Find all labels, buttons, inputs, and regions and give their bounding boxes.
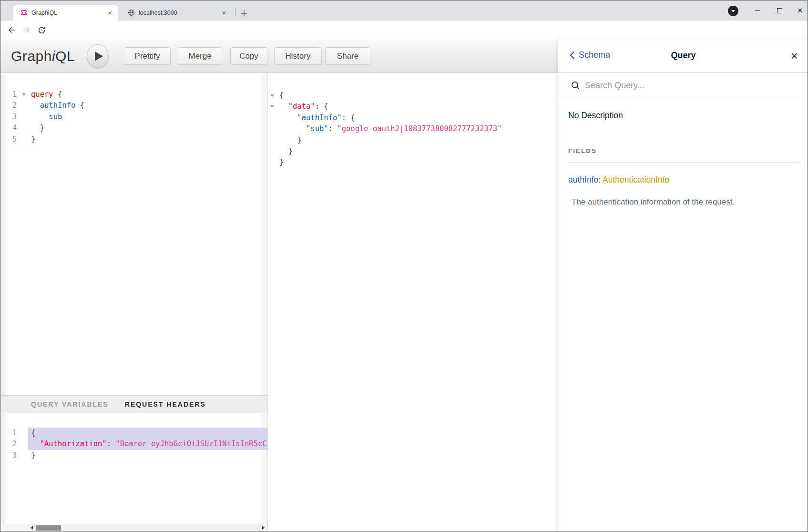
play-icon [95, 51, 103, 61]
code-line[interactable]: 1query { [0, 89, 267, 100]
back-icon[interactable] [6, 24, 18, 36]
code-text[interactable]: } [276, 146, 558, 157]
code-text[interactable]: } [28, 450, 267, 461]
code-line[interactable]: "data": { [268, 101, 558, 112]
fold-gutter [20, 134, 28, 145]
fold-gutter [20, 100, 28, 111]
field-name-link[interactable]: authInfo [568, 175, 598, 184]
tab-request-headers[interactable]: REQUEST HEADERS [125, 400, 206, 408]
code-line[interactable]: 4 } [0, 123, 267, 133]
tab-close-icon[interactable]: × [106, 9, 114, 17]
maximize-button[interactable] [771, 3, 788, 18]
code-text[interactable]: } [276, 157, 558, 168]
code-text[interactable]: { [28, 428, 267, 439]
code-text[interactable]: authInfo { [28, 100, 267, 111]
history-button[interactable]: History [274, 47, 322, 65]
result-viewer-pane[interactable]: { "data": { "authInfo": { "sub": "google… [267, 73, 558, 532]
line-number: 3 [0, 112, 20, 123]
doc-explorer-header: Schema Query × [558, 40, 808, 73]
reload-icon[interactable] [36, 24, 47, 36]
scrollbar-thumb[interactable] [36, 525, 61, 531]
code-line[interactable]: 1{ [0, 428, 267, 439]
code-line[interactable]: 2 "Authorization": "Bearer eyJhbGciOiJSU… [0, 439, 267, 450]
code-line[interactable]: { [268, 90, 558, 101]
line-number: 4 [0, 123, 20, 133]
graphiql-logo: GraphiQL [11, 48, 75, 64]
fields-category-title: FIELDS [568, 147, 799, 163]
tab-title: GraphiQL [31, 10, 102, 16]
doc-search-placeholder: Search Query... [585, 81, 644, 91]
browser-toolbar: localhost:3000 P [0, 20, 808, 40]
doc-close-icon[interactable]: × [791, 48, 798, 63]
copy-button[interactable]: Copy [230, 47, 267, 65]
line-number: 1 [0, 428, 20, 439]
fold-gutter [20, 112, 28, 123]
minimize-button[interactable] [749, 3, 766, 18]
code-line[interactable]: } [268, 157, 558, 168]
fold-arrow-icon[interactable] [268, 90, 276, 101]
fold-gutter [268, 157, 276, 168]
field-description: The authentication information of the re… [572, 197, 799, 207]
tab-graphiql[interactable]: GraphiQL × [13, 5, 118, 20]
new-tab-button[interactable] [238, 7, 250, 20]
fold-arrow-icon[interactable] [268, 101, 276, 112]
code-text[interactable]: "sub": "google-oauth2|108377380082777232… [276, 123, 558, 134]
code-text[interactable]: } [276, 135, 558, 146]
tab-query-variables[interactable]: QUERY VARIABLES [31, 400, 109, 408]
forward-icon[interactable] [20, 24, 32, 36]
line-number: 2 [0, 100, 20, 111]
tab-title: localhost:3000 [139, 10, 216, 16]
code-line[interactable]: "authInfo": { [268, 113, 558, 123]
doc-explorer-panel: Schema Query × Search Query... No Descri… [558, 40, 808, 532]
doc-search-box[interactable]: Search Query... [558, 73, 808, 98]
window-close-button[interactable]: × [792, 3, 808, 18]
scrollbar-track[interactable] [28, 524, 267, 531]
secondary-editor-tabs: QUERY VARIABLES REQUEST HEADERS [0, 395, 267, 413]
execute-query-button[interactable] [87, 44, 109, 68]
code-text[interactable]: "Authorization": "Bearer eyJhbGciOiJSUzI… [28, 439, 267, 450]
doc-content: No Description FIELDS authInfo: Authenti… [568, 98, 799, 207]
doc-title: Query [558, 51, 808, 61]
globe-icon [127, 9, 135, 17]
code-line[interactable]: 5} [0, 134, 267, 145]
share-button[interactable]: Share [325, 47, 370, 65]
fold-gutter [20, 450, 28, 461]
fold-arrow-icon[interactable] [20, 89, 28, 100]
chrome-update-icon[interactable] [728, 6, 738, 16]
code-line[interactable]: } [268, 135, 558, 146]
fold-gutter [268, 113, 276, 123]
code-text[interactable]: } [28, 123, 267, 133]
headers-code[interactable]: 1{2 "Authorization": "Bearer eyJhbGciOiJ… [0, 428, 267, 461]
fold-gutter [268, 146, 276, 157]
code-line[interactable]: 3 sub [0, 112, 267, 123]
scroll-right-icon[interactable] [260, 524, 267, 531]
horizontal-scrollbar[interactable] [0, 524, 267, 532]
tab-localhost[interactable]: localhost:3000 × [121, 5, 232, 20]
fold-gutter [268, 123, 276, 134]
scroll-left-icon[interactable] [28, 524, 35, 531]
field-type-link[interactable]: AuthenticationInfo [603, 175, 669, 184]
code-text[interactable]: "data": { [276, 101, 558, 112]
code-line[interactable]: 3} [0, 450, 267, 461]
code-text[interactable]: query { [28, 89, 267, 100]
line-number: 1 [0, 89, 20, 100]
code-line[interactable]: 2 authInfo { [0, 100, 267, 111]
field-item: authInfo: AuthenticationInfo [568, 175, 799, 185]
merge-button[interactable]: Merge [178, 47, 222, 65]
tab-strip: GraphiQL × localhost:3000 × × [0, 0, 808, 20]
code-text[interactable]: } [28, 134, 267, 145]
line-number: 5 [0, 134, 20, 145]
tab-close-icon[interactable]: × [220, 9, 228, 17]
code-line[interactable]: "sub": "google-oauth2|108377380082777232… [268, 123, 558, 134]
code-text[interactable]: "authInfo": { [276, 113, 558, 123]
prettify-button[interactable]: Prettify [124, 47, 171, 65]
code-text[interactable]: sub [28, 112, 267, 123]
result-code[interactable]: { "data": { "authInfo": { "sub": "google… [268, 90, 558, 168]
request-headers-editor[interactable]: 1{2 "Authorization": "Bearer eyJhbGciOiJ… [0, 413, 267, 524]
code-line[interactable]: } [268, 146, 558, 157]
browser-window: GraphiQL × localhost:3000 × × [0, 0, 808, 532]
code-text[interactable]: { [276, 90, 558, 101]
search-icon [571, 81, 580, 90]
query-editor-pane[interactable]: 1query {2 authInfo {3 sub4 }5} [0, 73, 267, 395]
query-code[interactable]: 1query {2 authInfo {3 sub4 }5} [0, 89, 267, 145]
